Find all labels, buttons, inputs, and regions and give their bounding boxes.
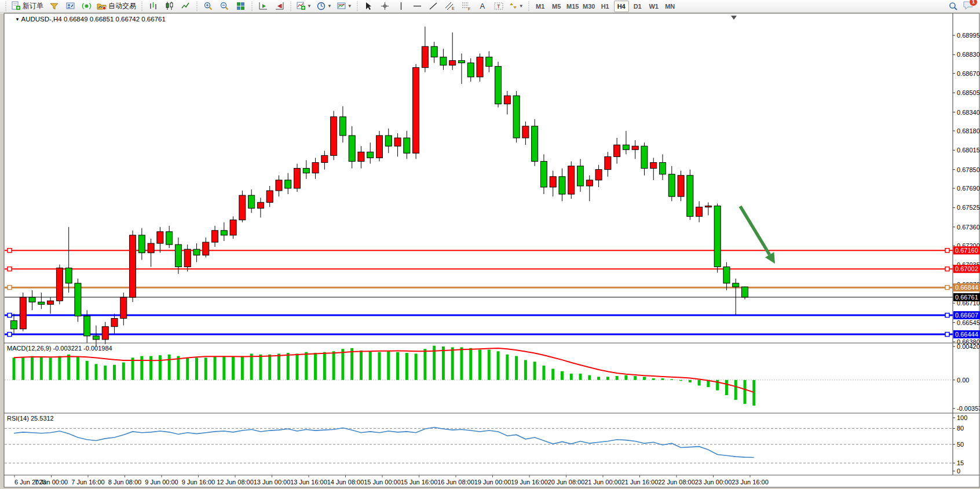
candle-body[interactable] bbox=[358, 152, 364, 161]
timeframe-mn-button[interactable]: MN bbox=[663, 1, 678, 12]
candle-body[interactable] bbox=[486, 57, 492, 66]
candle-body[interactable] bbox=[504, 96, 510, 104]
candle-body[interactable] bbox=[303, 169, 309, 173]
search-button[interactable] bbox=[946, 0, 961, 13]
candlestick-button[interactable] bbox=[162, 0, 177, 13]
line-handle[interactable] bbox=[8, 249, 12, 253]
timeframe-m5-button[interactable]: M5 bbox=[549, 1, 564, 12]
candle-body[interactable] bbox=[705, 206, 711, 207]
candle-body[interactable] bbox=[75, 283, 81, 316]
candle-body[interactable] bbox=[257, 202, 264, 208]
candle-body[interactable] bbox=[84, 316, 90, 335]
candle-body[interactable] bbox=[668, 174, 675, 196]
channel-button[interactable]: E bbox=[443, 0, 458, 13]
candle-body[interactable] bbox=[458, 60, 465, 63]
candle-body[interactable] bbox=[166, 232, 173, 244]
notifications-button[interactable]: 1 bbox=[963, 0, 974, 13]
candle-body[interactable] bbox=[130, 235, 136, 297]
candle-body[interactable] bbox=[148, 243, 154, 253]
candle-body[interactable] bbox=[413, 68, 419, 154]
bar-chart-button[interactable] bbox=[145, 0, 160, 13]
candle-body[interactable] bbox=[266, 191, 273, 202]
candle-body[interactable] bbox=[138, 235, 145, 253]
line-handle[interactable] bbox=[945, 267, 949, 271]
line-handle[interactable] bbox=[8, 267, 12, 271]
vertical-line-button[interactable] bbox=[394, 0, 409, 13]
candle-body[interactable] bbox=[349, 136, 355, 162]
candle-body[interactable] bbox=[540, 161, 547, 187]
candle-body[interactable] bbox=[440, 57, 447, 65]
terminal-button[interactable] bbox=[63, 0, 78, 13]
auto-scroll-button[interactable] bbox=[255, 0, 270, 13]
candle-body[interactable] bbox=[230, 220, 236, 235]
fibonacci-button[interactable]: F bbox=[459, 0, 474, 13]
candle-body[interactable] bbox=[175, 244, 181, 267]
timeframe-m1-button[interactable]: M1 bbox=[533, 1, 548, 12]
candle-body[interactable] bbox=[331, 117, 337, 156]
candle-body[interactable] bbox=[522, 126, 529, 138]
candle-body[interactable] bbox=[495, 67, 502, 104]
candle-body[interactable] bbox=[11, 321, 17, 329]
candle-body[interactable] bbox=[641, 146, 648, 168]
timeframe-h4-button[interactable]: H4 bbox=[614, 1, 629, 12]
periods-button[interactable]: ▼ bbox=[315, 0, 334, 13]
candle-body[interactable] bbox=[632, 146, 638, 149]
candle-body[interactable] bbox=[550, 177, 556, 187]
candle-body[interactable] bbox=[294, 169, 301, 188]
line-handle[interactable] bbox=[8, 333, 12, 337]
candle-body[interactable] bbox=[467, 63, 474, 77]
indicators-button[interactable]: ▼ bbox=[294, 0, 313, 13]
candle-body[interactable] bbox=[513, 96, 520, 138]
candle-body[interactable] bbox=[696, 207, 703, 216]
line-handle[interactable] bbox=[945, 333, 949, 337]
candle-body[interactable] bbox=[678, 176, 684, 196]
new-order-button[interactable]: 新订单 bbox=[9, 0, 45, 13]
candle-body[interactable] bbox=[449, 60, 456, 65]
candle-body[interactable] bbox=[184, 249, 191, 267]
zoom-out-button[interactable] bbox=[217, 0, 232, 13]
cursor-button[interactable] bbox=[361, 0, 376, 13]
candle-body[interactable] bbox=[47, 301, 54, 304]
arrows-tool-button[interactable]: ▼ bbox=[507, 0, 525, 13]
candle-body[interactable] bbox=[394, 138, 401, 146]
candle-body[interactable] bbox=[650, 162, 657, 168]
templates-button[interactable]: ▼ bbox=[335, 0, 354, 13]
candle-body[interactable] bbox=[285, 180, 291, 188]
candle-body[interactable] bbox=[29, 297, 35, 302]
candle-body[interactable] bbox=[422, 46, 428, 67]
candle-body[interactable] bbox=[221, 231, 227, 235]
candle-body[interactable] bbox=[605, 156, 611, 169]
candle-body[interactable] bbox=[276, 180, 282, 191]
candle-body[interactable] bbox=[532, 126, 538, 162]
label-tool-button[interactable]: T bbox=[491, 0, 506, 13]
candle-body[interactable] bbox=[102, 327, 108, 340]
candle-body[interactable] bbox=[733, 283, 739, 287]
candle-body[interactable] bbox=[477, 57, 483, 76]
candle-body[interactable] bbox=[376, 136, 383, 158]
zoom-in-button[interactable] bbox=[200, 0, 215, 13]
candle-body[interactable] bbox=[714, 206, 721, 267]
candle-body[interactable] bbox=[568, 166, 575, 195]
timeframe-m30-button[interactable]: M30 bbox=[582, 1, 597, 12]
candle-body[interactable] bbox=[239, 195, 246, 220]
price-chart[interactable]: 0.689950.688300.686700.685050.683400.681… bbox=[0, 0, 980, 489]
candle-body[interactable] bbox=[111, 319, 118, 327]
candle-body[interactable] bbox=[339, 117, 346, 136]
timeframe-h1-button[interactable]: H1 bbox=[598, 1, 613, 12]
candle-body[interactable] bbox=[248, 195, 255, 208]
line-handle[interactable] bbox=[945, 313, 949, 318]
chart-shift-button[interactable] bbox=[272, 0, 287, 13]
timeframe-d1-button[interactable]: D1 bbox=[630, 1, 645, 12]
candle-body[interactable] bbox=[742, 287, 748, 297]
candle-body[interactable] bbox=[212, 231, 218, 242]
line-handle[interactable] bbox=[945, 286, 949, 290]
trendline-button[interactable] bbox=[426, 0, 441, 13]
candle-body[interactable] bbox=[723, 267, 730, 283]
auto-trading-button[interactable]: 自动交易 bbox=[95, 0, 138, 13]
timeframe-w1-button[interactable]: W1 bbox=[646, 1, 661, 12]
candle-body[interactable] bbox=[367, 152, 374, 158]
line-handle[interactable] bbox=[8, 313, 12, 318]
line-handle[interactable] bbox=[945, 249, 949, 253]
candle-body[interactable] bbox=[93, 336, 99, 340]
candle-body[interactable] bbox=[559, 177, 565, 194]
